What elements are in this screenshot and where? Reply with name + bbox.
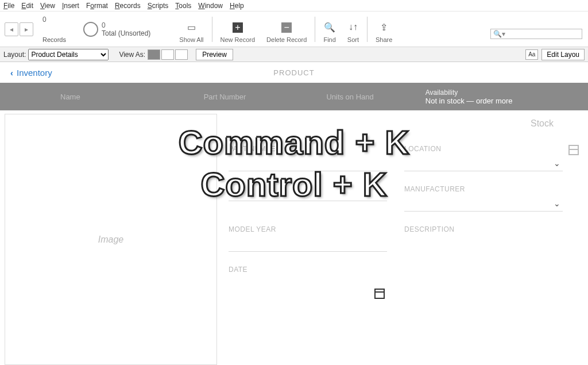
- date-label: DATE: [229, 266, 387, 274]
- modelyear-field[interactable]: [229, 236, 387, 252]
- image-placeholder[interactable]: Image: [5, 114, 217, 365]
- table-icon[interactable]: [568, 145, 579, 155]
- delete-record-button[interactable]: − Delete Record: [261, 11, 312, 47]
- menu-view[interactable]: View: [40, 2, 55, 10]
- menu-window[interactable]: Window: [198, 2, 223, 10]
- text-format-button[interactable]: Aa: [525, 49, 538, 60]
- layout-bar: Layout: Product Details View As: Preview…: [0, 47, 588, 62]
- back-chevron-icon[interactable]: ‹: [10, 68, 13, 78]
- viewas-label: View As:: [119, 51, 145, 59]
- menu-file[interactable]: File: [3, 2, 14, 10]
- view-form-button[interactable]: [148, 49, 160, 60]
- form-area: Stock PART NUMBER LOCATION ⌄ MANUFACTURE…: [217, 110, 588, 365]
- records-number: 0: [42, 16, 66, 24]
- menu-records[interactable]: Records: [115, 2, 141, 10]
- nav-next-button[interactable]: ▸: [20, 22, 33, 36]
- sort-button[interactable]: ↓↑ Sort: [342, 11, 365, 47]
- band-units-label: Units on Hand: [326, 93, 373, 101]
- image-placeholder-label: Image: [98, 235, 123, 245]
- show-all-button[interactable]: ▭ Show All: [173, 11, 209, 47]
- show-all-icon: ▭: [185, 21, 197, 33]
- date-field[interactable]: [229, 276, 387, 292]
- records-label: Records: [42, 36, 66, 43]
- menu-edit[interactable]: Edit: [21, 2, 33, 10]
- layout-select[interactable]: Product Details: [28, 49, 109, 60]
- preview-button[interactable]: Preview: [196, 49, 233, 60]
- menu-bar: File Edit View Insert Format Records Scr…: [0, 0, 588, 11]
- total-label: Total (Unsorted): [102, 29, 150, 37]
- menu-help[interactable]: Help: [230, 2, 244, 10]
- search-input[interactable]: 🔍▾: [490, 29, 582, 39]
- breadcrumb: ‹ Inventory PRODUCT: [0, 62, 588, 83]
- page-title: PRODUCT: [273, 68, 314, 77]
- record-summary-band: Name Part Number Units on Hand Availabil…: [0, 83, 588, 110]
- menu-format[interactable]: Format: [86, 2, 108, 10]
- stock-tab[interactable]: Stock: [531, 118, 554, 129]
- back-link[interactable]: Inventory: [17, 68, 52, 78]
- layout-label: Layout:: [3, 51, 26, 59]
- manufacturer-field[interactable]: ⌄: [404, 195, 563, 212]
- chevron-down-icon: ⌄: [554, 159, 560, 168]
- nav-prev-button[interactable]: ◂: [5, 22, 18, 36]
- band-partnum-label: Part Number: [204, 93, 246, 101]
- delete-record-label: Delete Record: [266, 36, 307, 43]
- edit-layout-button[interactable]: Edit Layou: [541, 49, 585, 60]
- plus-icon: +: [233, 22, 243, 33]
- minus-icon: −: [281, 22, 292, 33]
- find-label: Find: [323, 36, 335, 43]
- share-button[interactable]: ⇪ Share: [370, 11, 398, 47]
- modelyear-label: MODEL YEAR: [229, 225, 387, 233]
- chevron-down-icon: ⌄: [554, 199, 560, 208]
- availability-value: Not in stock — order more: [425, 97, 513, 105]
- band-availability: Availability Not in stock — order more: [425, 89, 513, 105]
- partnumber-label: PART NUMBER: [229, 145, 387, 153]
- manufacturer-label: MANUFACTURER: [404, 185, 563, 193]
- sort-icon: ↓↑: [347, 21, 359, 33]
- menu-tools[interactable]: Tools: [175, 2, 191, 10]
- new-record-button[interactable]: + New Record: [215, 11, 261, 47]
- share-icon: ⇪: [378, 21, 390, 33]
- share-label: Share: [376, 36, 392, 43]
- find-button[interactable]: 🔍 Find: [318, 11, 341, 47]
- total-number: 0: [102, 21, 150, 29]
- pie-icon: [83, 22, 98, 37]
- description-label: DESCRIPTION: [404, 225, 563, 233]
- description-field[interactable]: [404, 236, 563, 252]
- find-icon: 🔍: [324, 21, 335, 33]
- sort-label: Sort: [347, 36, 359, 43]
- view-list-button[interactable]: [161, 49, 174, 60]
- new-record-label: New Record: [220, 36, 256, 43]
- records-counter: 0 Records: [42, 16, 66, 43]
- location-label: LOCATION: [404, 145, 563, 153]
- availability-label: Availability: [425, 89, 513, 97]
- band-name-label: Name: [60, 93, 80, 101]
- partnumber-field[interactable]: [229, 155, 387, 171]
- toolbar: ◂ ▸ 0 Records 0 Total (Unsorted) ▭ Show …: [0, 11, 588, 47]
- view-table-button[interactable]: [175, 49, 188, 60]
- calendar-icon[interactable]: [374, 289, 385, 299]
- total-records-group: 0 Total (Unsorted): [83, 21, 150, 37]
- menu-scripts[interactable]: Scripts: [148, 2, 169, 10]
- location-field[interactable]: ⌄: [404, 155, 563, 171]
- menu-insert[interactable]: Insert: [62, 2, 79, 10]
- show-all-label: Show All: [179, 36, 203, 43]
- blank-field-1[interactable]: [229, 185, 387, 201]
- record-body: Image Stock PART NUMBER LOCATION ⌄ MANUF…: [0, 110, 588, 365]
